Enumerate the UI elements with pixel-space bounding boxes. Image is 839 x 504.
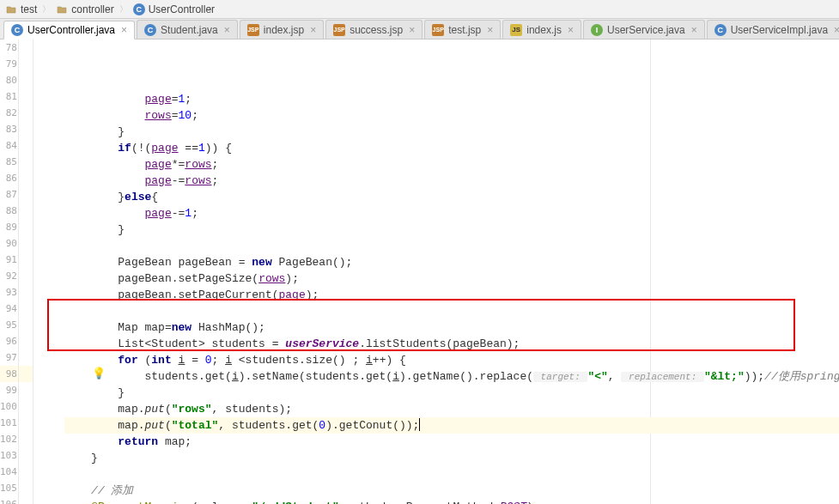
- folder-icon: [56, 3, 68, 15]
- lightbulb-icon[interactable]: 💡: [92, 367, 106, 380]
- code-line[interactable]: map.put("rows", students);: [64, 401, 839, 417]
- chevron-right-icon: 〉: [118, 3, 130, 15]
- code-line[interactable]: students.get(i).setName(students.get(i).…: [64, 368, 839, 385]
- code-line[interactable]: @RequestMapping(value = "/addStudent",me…: [64, 499, 839, 504]
- gutter: 7879808182838485868788899091929394959697…: [0, 39, 33, 504]
- line-number: 101: [0, 415, 33, 431]
- code-line[interactable]: page-=1;: [64, 205, 839, 222]
- line-number: 103: [0, 447, 33, 464]
- line-number: 102: [0, 431, 33, 447]
- close-icon[interactable]: ×: [121, 24, 127, 36]
- tab-label: UserService.java: [607, 24, 685, 36]
- tab-label: test.jsp: [448, 24, 481, 36]
- breadcrumb-label: controller: [71, 3, 113, 15]
- code-line[interactable]: if(!(page ==1)) {: [64, 140, 839, 156]
- breadcrumb-item[interactable]: controller: [56, 3, 113, 15]
- line-number: 98: [0, 366, 33, 382]
- code-line[interactable]: }: [64, 124, 839, 140]
- code-area[interactable]: page=1; rows=10; } if(!(page ==1)) { pag…: [33, 39, 839, 504]
- breadcrumb-label: test: [21, 3, 37, 15]
- code-line[interactable]: for (int i = 0; i <students.size() ; i++…: [64, 352, 839, 368]
- line-number: 105: [0, 480, 33, 496]
- file-type-icon: JSP: [247, 24, 259, 36]
- close-icon[interactable]: ×: [224, 24, 230, 36]
- line-number: 100: [0, 398, 33, 415]
- line-number: 83: [0, 121, 33, 137]
- editor-tab[interactable]: IUserService.java×: [583, 20, 705, 39]
- code-line[interactable]: rows=10;: [64, 107, 839, 124]
- folder-icon: [5, 3, 17, 15]
- file-type-icon: C: [144, 24, 156, 36]
- code-line[interactable]: }: [64, 450, 839, 466]
- close-icon[interactable]: ×: [310, 24, 316, 36]
- breadcrumb: test〉controller〉CUserController: [0, 0, 839, 19]
- code-line[interactable]: [64, 238, 839, 254]
- file-type-icon: JSP: [333, 24, 345, 36]
- chevron-right-icon: 〉: [40, 3, 52, 15]
- tab-bar: CUserController.java×CStudent.java×JSPin…: [0, 19, 839, 39]
- line-number: 90: [0, 235, 33, 252]
- line-number: 96: [0, 333, 33, 349]
- code-editor[interactable]: 7879808182838485868788899091929394959697…: [0, 39, 839, 504]
- line-number: 86: [0, 170, 33, 186]
- code-line[interactable]: pageBean.setPageCurrent(page);: [64, 287, 839, 303]
- editor-tab[interactable]: CUserServiceImpl.java×: [707, 20, 839, 39]
- breadcrumb-label: UserController: [149, 3, 215, 15]
- close-icon[interactable]: ×: [487, 24, 493, 36]
- line-number: 97: [0, 349, 33, 366]
- close-icon[interactable]: ×: [691, 24, 697, 36]
- code-line[interactable]: map.put("total", students.get(0).getConu…: [64, 417, 839, 434]
- close-icon[interactable]: ×: [834, 24, 839, 36]
- line-number: 88: [0, 203, 33, 219]
- file-type-icon: C: [11, 24, 23, 36]
- line-number: 82: [0, 105, 33, 121]
- editor-tab[interactable]: JSPtest.jsp×: [424, 20, 501, 39]
- tab-label: success.jsp: [350, 24, 403, 36]
- code-line[interactable]: page-=rows;: [64, 173, 839, 189]
- tab-label: UserController.java: [27, 24, 115, 36]
- line-number: 84: [0, 137, 33, 154]
- class-icon: C: [133, 3, 145, 15]
- close-icon[interactable]: ×: [409, 24, 415, 36]
- line-number: 91: [0, 252, 33, 268]
- code-line[interactable]: pageBean.setPageSize(rows);: [64, 270, 839, 287]
- code-line[interactable]: }: [64, 385, 839, 401]
- tab-label: UserServiceImpl.java: [731, 24, 828, 36]
- file-type-icon: C: [714, 24, 727, 36]
- editor-tab[interactable]: JSPindex.jsp×: [240, 20, 324, 39]
- code-line[interactable]: [64, 466, 839, 483]
- file-type-icon: I: [591, 24, 603, 36]
- line-number: 81: [0, 88, 33, 105]
- close-icon[interactable]: ×: [568, 24, 574, 36]
- code-line[interactable]: PageBean pageBean = new PageBean();: [64, 254, 839, 270]
- line-number: 78: [0, 39, 33, 56]
- line-number: 79: [0, 56, 33, 72]
- code-line[interactable]: // 添加: [64, 483, 839, 499]
- code-line[interactable]: return map;: [64, 434, 839, 450]
- line-number: 89: [0, 219, 33, 235]
- file-type-icon: JSP: [432, 24, 444, 36]
- line-number: 94: [0, 301, 33, 317]
- line-number: 106: [0, 496, 33, 504]
- line-number: 99: [0, 382, 33, 398]
- editor-tab[interactable]: CUserController.java×: [3, 21, 135, 39]
- code-line[interactable]: List<Student> students = userService.lis…: [64, 336, 839, 352]
- editor-tab[interactable]: JSindex.js×: [502, 20, 581, 39]
- code-line[interactable]: }: [64, 222, 839, 238]
- code-line[interactable]: page*=rows;: [64, 156, 839, 173]
- file-type-icon: JS: [510, 24, 522, 36]
- line-number: 92: [0, 268, 33, 284]
- code-line[interactable]: Map map=new HashMap();: [64, 319, 839, 336]
- tab-label: Student.java: [161, 24, 218, 36]
- editor-tab[interactable]: CStudent.java×: [137, 20, 238, 39]
- text-caret: [419, 418, 420, 431]
- code-line[interactable]: [64, 303, 839, 319]
- breadcrumb-item[interactable]: CUserController: [133, 3, 215, 15]
- code-line[interactable]: page=1;: [64, 91, 839, 107]
- code-line[interactable]: }else{: [64, 189, 839, 205]
- breadcrumb-item[interactable]: test: [5, 3, 37, 15]
- tab-label: index.jsp: [264, 24, 304, 36]
- editor-tab[interactable]: JSPsuccess.jsp×: [325, 20, 423, 39]
- line-number: 95: [0, 317, 33, 333]
- line-number: 93: [0, 284, 33, 301]
